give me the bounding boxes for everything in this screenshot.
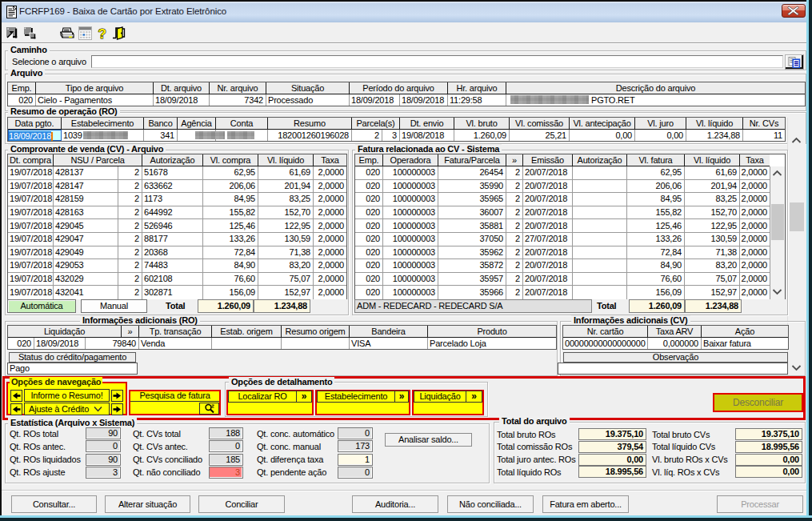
svg-text:?: ? [98,26,106,42]
